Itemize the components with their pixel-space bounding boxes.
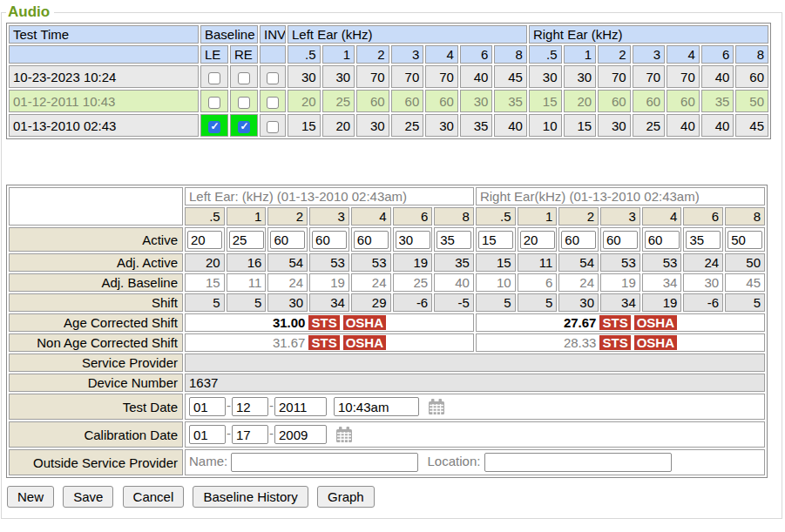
active-input[interactable] [354, 231, 389, 249]
threshold-cell: 20 [322, 114, 355, 137]
test-time-input[interactable] [334, 397, 419, 416]
inv-cell [260, 65, 286, 88]
calendar-icon[interactable] [335, 426, 353, 443]
shift-cell: -6 [393, 293, 433, 312]
baseline-re-checkbox[interactable] [238, 72, 250, 84]
adj-baseline-cell: 19 [309, 273, 349, 292]
threshold-cell: 70 [633, 65, 666, 88]
active-cell [309, 227, 349, 252]
threshold-cell: 70 [356, 65, 389, 88]
freq-header: 1 [322, 45, 355, 64]
threshold-cell: 30 [288, 65, 321, 88]
active-input[interactable] [396, 231, 430, 249]
adj-active-cell: 50 [725, 253, 765, 272]
test-time-cell: 10-23-2023 10:24 [9, 65, 199, 88]
col-re: RE [230, 45, 258, 64]
active-input[interactable] [478, 231, 513, 249]
active-row: Active [9, 227, 765, 252]
baseline-re-checkbox[interactable] [238, 121, 250, 133]
shift-cell: 30 [267, 293, 308, 312]
new-button[interactable]: New [7, 486, 54, 508]
threshold-cell: 40 [701, 114, 734, 137]
threshold-cell: 50 [735, 90, 768, 112]
shift-cell: 5 [227, 293, 267, 312]
action-button-row: New Save Cancel Baseline History Graph [7, 486, 778, 508]
shift-cell: 5 [725, 293, 765, 312]
adj-active-cell: 24 [683, 253, 723, 272]
threshold-cell: 40 [494, 114, 527, 137]
test-date-day-input[interactable] [232, 397, 268, 416]
outside-provider-cell: Name: Location: [185, 449, 765, 475]
location-label: Location: [428, 454, 481, 468]
threshold-cell: 30 [529, 65, 562, 88]
shift-cell: -5 [434, 293, 474, 312]
freq-header: 2 [267, 207, 308, 226]
active-cell [725, 227, 765, 252]
shift-cell: 34 [309, 293, 349, 312]
inv-checkbox[interactable] [267, 121, 279, 133]
inv-checkbox[interactable] [267, 97, 279, 109]
date-separator: - [269, 398, 274, 413]
threshold-cell: 20 [564, 90, 597, 112]
threshold-cell: 60 [667, 90, 700, 112]
freq-header: 1 [564, 45, 597, 64]
freq-header: 8 [434, 207, 474, 226]
active-input[interactable] [229, 231, 264, 249]
page-title: Audio [6, 3, 54, 21]
age-corrected-right-value: 27.67 [564, 315, 597, 330]
test-time-cell: 01-13-2010 02:43 [9, 114, 199, 137]
active-input[interactable] [312, 231, 347, 249]
detail-header-row-1: Left Ear: (kHz) (01-13-2010 02:43am) Rig… [9, 187, 765, 205]
calibration-date-row: Calibration Date -- [9, 421, 765, 448]
calibration-year-input[interactable] [274, 425, 327, 444]
audiogram-detail-table: Left Ear: (kHz) (01-13-2010 02:43am) Rig… [6, 185, 768, 478]
outside-provider-name-input[interactable] [231, 453, 418, 472]
col-baseline: Baseline [200, 25, 258, 44]
active-input[interactable] [436, 231, 471, 249]
page: Audio Test Time Baseline INV Left Ear (k… [0, 0, 785, 532]
row-label: Service Provider [9, 354, 183, 372]
baseline-history-button[interactable]: Baseline History [193, 486, 308, 508]
calibration-month-input[interactable] [189, 425, 226, 444]
active-input[interactable] [645, 231, 680, 249]
active-input[interactable] [727, 231, 762, 249]
save-button[interactable]: Save [63, 486, 113, 508]
baseline-le-checkbox[interactable] [208, 121, 220, 133]
active-input[interactable] [270, 231, 305, 249]
active-cell [267, 227, 308, 252]
active-input[interactable] [520, 231, 555, 249]
shift-cell: 5 [185, 293, 225, 312]
outside-provider-location-input[interactable] [484, 453, 672, 472]
baseline-le-checkbox[interactable] [208, 72, 220, 84]
active-input[interactable] [686, 231, 721, 249]
shift-cell: 34 [600, 293, 640, 312]
test-date-year-input[interactable] [274, 397, 327, 416]
active-input[interactable] [187, 231, 222, 249]
row-label: Age Corrected Shift [9, 313, 183, 332]
calibration-day-input[interactable] [232, 425, 268, 444]
cancel-button[interactable]: Cancel [123, 486, 185, 508]
baseline-le-checkbox[interactable] [208, 97, 220, 109]
calendar-icon[interactable] [428, 398, 445, 415]
threshold-cell: 40 [460, 65, 493, 88]
freq-header: .5 [185, 207, 225, 226]
threshold-cell: 25 [322, 90, 355, 112]
inv-checkbox[interactable] [267, 72, 279, 84]
active-cell [185, 227, 225, 252]
sts-badge: STS [599, 315, 630, 330]
active-cell [351, 227, 391, 252]
device-number-value: 1637 [185, 374, 765, 392]
threshold-cell: 30 [356, 114, 389, 137]
test-date-month-input[interactable] [189, 397, 226, 416]
threshold-cell: 60 [425, 90, 458, 112]
graph-button[interactable]: Graph [317, 486, 375, 508]
active-input[interactable] [561, 231, 596, 249]
audiogram-history-table: Test Time Baseline INV Left Ear (kHz) Ri… [6, 23, 771, 139]
baseline-le-cell [200, 65, 228, 88]
right-ear-header: Right Ear(kHz) (01-13-2010 02:43am) [476, 187, 765, 205]
adj-active-cell: 11 [518, 253, 558, 272]
active-input[interactable] [603, 231, 638, 249]
freq-header: 1 [518, 207, 558, 226]
age-corrected-left-value: 31.00 [273, 315, 306, 330]
baseline-re-checkbox[interactable] [238, 97, 250, 109]
